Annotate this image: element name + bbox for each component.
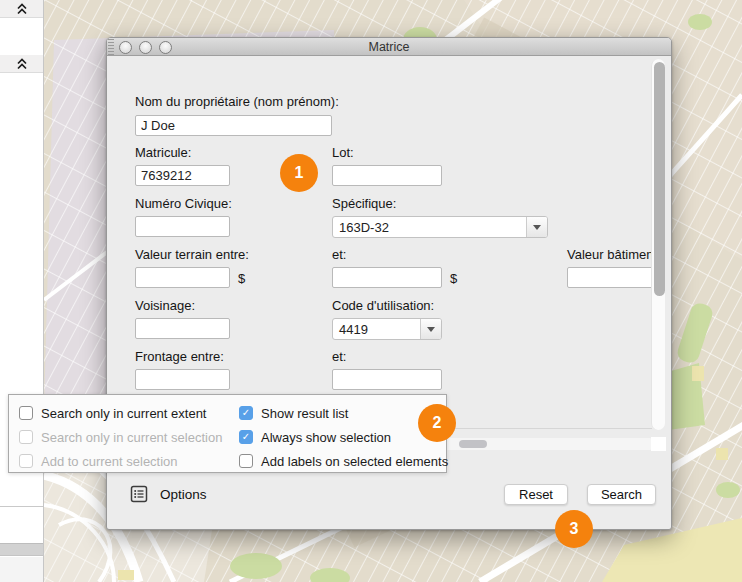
valeur-batiment-input[interactable] xyxy=(567,267,652,288)
form-scroll-area: Nom du propriétaire (nom prénom): Matric… xyxy=(107,57,652,429)
dropdown-arrow-icon[interactable] xyxy=(420,319,441,339)
checkbox-label: Always show selection xyxy=(261,430,391,445)
frontage-et-input[interactable] xyxy=(332,369,442,390)
checkbox-checked-icon[interactable]: ✓ xyxy=(239,430,253,444)
lot-input[interactable] xyxy=(332,165,442,186)
dollar-sign: $ xyxy=(238,271,245,286)
screen: Matrice Nom du propriétaire (nom prénom)… xyxy=(0,0,742,582)
checkbox-label: Add to current selection xyxy=(41,454,178,469)
sidebar-collapse-button-2[interactable] xyxy=(0,55,43,73)
civique-label: Numéro Civique: xyxy=(135,196,232,211)
frontage-et-label: et: xyxy=(332,349,346,364)
dropdown-arrow-icon[interactable] xyxy=(526,217,547,237)
valeur-terrain-input[interactable] xyxy=(135,267,230,288)
code-utilisation-value: 4419 xyxy=(333,322,420,337)
checkbox-row[interactable]: ✓Always show selection xyxy=(239,430,448,445)
options-label: Options xyxy=(160,487,207,502)
valeur-batiment-label: Valeur bâtiment xyxy=(567,247,652,262)
matricule-label: Matricule: xyxy=(135,145,191,160)
sidebar-section-bar xyxy=(0,543,43,556)
annotation-badge-1: 1 xyxy=(280,154,318,192)
frontage-label: Frontage entre: xyxy=(135,349,224,364)
dollar-sign: $ xyxy=(450,271,457,286)
dialog-titlebar[interactable]: Matrice xyxy=(107,38,671,56)
checkbox-label: Search only in current selection xyxy=(41,430,222,445)
checkbox-unchecked-icon[interactable] xyxy=(19,454,33,468)
voisinage-label: Voisinage: xyxy=(135,298,195,313)
valeur-terrain-label: Valeur terrain entre: xyxy=(135,247,249,262)
owner-label: Nom du propriétaire (nom prénom): xyxy=(135,94,339,109)
matricule-input[interactable] xyxy=(135,165,230,186)
code-utilisation-select[interactable]: 4419 xyxy=(332,318,442,340)
checkbox-unchecked-icon[interactable] xyxy=(239,454,253,468)
options-list-icon xyxy=(130,485,148,503)
specifique-select[interactable]: 163D-32 xyxy=(332,216,548,238)
vertical-scrollbar[interactable] xyxy=(651,59,665,430)
reset-button[interactable]: Reset xyxy=(504,484,568,505)
options-panel-grid: Search only in current extentSearch only… xyxy=(9,395,446,473)
scrollbar-corner xyxy=(651,437,666,451)
lot-label: Lot: xyxy=(332,145,354,160)
double-chevron-up-icon xyxy=(15,56,29,71)
checkbox-row[interactable]: Add labels on selected elements xyxy=(239,454,448,469)
voisinage-input[interactable] xyxy=(135,318,230,339)
checkbox-unchecked-icon[interactable] xyxy=(19,406,33,420)
window-title: Matrice xyxy=(107,40,671,54)
checkbox-label: Search only in current extent xyxy=(41,406,206,421)
annotation-badge-2: 2 xyxy=(418,404,456,442)
civique-input[interactable] xyxy=(135,216,230,237)
checkbox-unchecked-icon[interactable] xyxy=(19,430,33,444)
terrain-et-label: et: xyxy=(332,247,346,262)
sidebar-divider xyxy=(0,506,43,507)
checkbox-row[interactable]: Search only in current selection xyxy=(19,430,239,445)
checkbox-row[interactable]: ✓Show result list xyxy=(239,406,448,421)
checkbox-row[interactable]: Search only in current extent xyxy=(19,406,239,421)
frontage-input[interactable] xyxy=(135,369,230,390)
checkbox-label: Show result list xyxy=(261,406,348,421)
annotation-badge-3: 3 xyxy=(555,510,593,548)
double-chevron-up-icon xyxy=(15,1,29,16)
vertical-scrollbar-thumb[interactable] xyxy=(654,62,665,296)
checkbox-label: Add labels on selected elements xyxy=(261,454,448,469)
sidebar-collapse-button-1[interactable] xyxy=(0,0,43,18)
search-button[interactable]: Search xyxy=(587,484,656,505)
owner-input[interactable] xyxy=(135,115,332,136)
terrain-et-input[interactable] xyxy=(332,267,442,288)
options-button[interactable]: Options xyxy=(130,485,207,503)
sidebar-footer xyxy=(0,557,43,582)
checkbox-checked-icon[interactable]: ✓ xyxy=(239,406,253,420)
horizontal-scrollbar-thumb[interactable] xyxy=(459,440,487,448)
search-options-panel: Search only in current extentSearch only… xyxy=(8,394,447,473)
checkbox-row[interactable]: Add to current selection xyxy=(19,454,239,469)
left-sidebar xyxy=(0,0,44,582)
specifique-value: 163D-32 xyxy=(333,220,526,235)
code-utilisation-label: Code d'utilisation: xyxy=(332,298,434,313)
specifique-label: Spécifique: xyxy=(332,196,396,211)
